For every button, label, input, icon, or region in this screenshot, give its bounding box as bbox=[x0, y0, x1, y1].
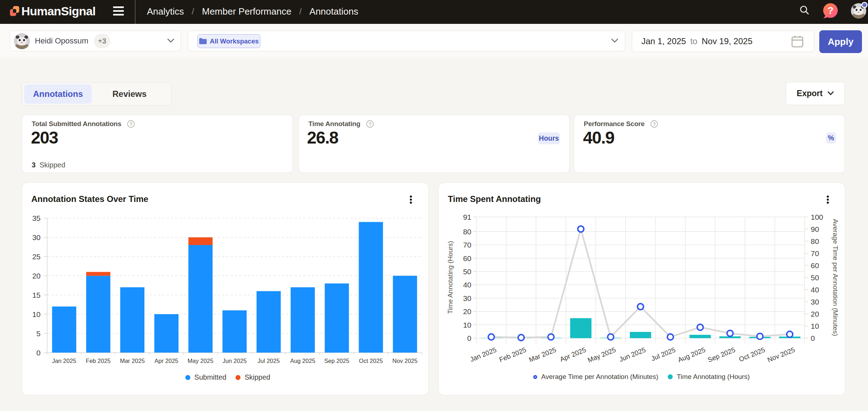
svg-text:Oct 2025: Oct 2025 bbox=[359, 358, 383, 364]
svg-text:Average Time per Annotation (M: Average Time per Annotation (Minutes) bbox=[832, 219, 839, 336]
svg-text:40: 40 bbox=[811, 286, 819, 294]
svg-text:20: 20 bbox=[811, 310, 819, 318]
svg-text:May 2025: May 2025 bbox=[587, 346, 617, 364]
svg-text:Nov 2025: Nov 2025 bbox=[392, 358, 418, 364]
svg-text:Nov 2025: Nov 2025 bbox=[766, 346, 796, 364]
svg-text:Aug 2025: Aug 2025 bbox=[677, 346, 706, 364]
svg-text:70: 70 bbox=[811, 249, 819, 257]
svg-text:80: 80 bbox=[463, 228, 471, 236]
svg-text:50: 50 bbox=[811, 274, 819, 282]
svg-text:Mar 2025: Mar 2025 bbox=[528, 346, 557, 364]
svg-text:30: 30 bbox=[463, 294, 471, 302]
svg-text:60: 60 bbox=[463, 254, 471, 262]
svg-text:Sep 2025: Sep 2025 bbox=[324, 358, 349, 364]
svg-text:30: 30 bbox=[811, 298, 819, 306]
svg-text:Time Spent Annotating: Time Spent Annotating bbox=[448, 194, 541, 204]
svg-text:15: 15 bbox=[32, 291, 41, 299]
svg-text:30: 30 bbox=[32, 233, 41, 241]
svg-text:60: 60 bbox=[811, 261, 819, 270]
svg-text:90: 90 bbox=[811, 225, 819, 233]
svg-text:91: 91 bbox=[463, 213, 471, 221]
svg-text:Oct 2025: Oct 2025 bbox=[738, 346, 766, 363]
svg-text:Apr 2025: Apr 2025 bbox=[559, 346, 587, 363]
svg-text:Mar 2025: Mar 2025 bbox=[120, 358, 145, 364]
svg-text:Jun 2025: Jun 2025 bbox=[222, 358, 247, 364]
svg-text:20: 20 bbox=[463, 307, 471, 316]
svg-text:0: 0 bbox=[36, 349, 41, 357]
svg-text:May 2025: May 2025 bbox=[187, 358, 213, 364]
svg-text:Time Annotating (Hours): Time Annotating (Hours) bbox=[446, 241, 454, 314]
svg-text:0: 0 bbox=[811, 334, 815, 342]
svg-text:Apr 2025: Apr 2025 bbox=[154, 358, 178, 364]
svg-text:80: 80 bbox=[811, 237, 819, 245]
svg-text:Jan 2025: Jan 2025 bbox=[469, 346, 497, 363]
svg-text:25: 25 bbox=[32, 253, 41, 261]
svg-text:Annotation States Over Time: Annotation States Over Time bbox=[31, 194, 148, 204]
svg-text:Sep 2025: Sep 2025 bbox=[706, 346, 736, 364]
svg-text:20: 20 bbox=[32, 272, 41, 280]
svg-text:70: 70 bbox=[463, 241, 471, 249]
svg-text:Feb 2025: Feb 2025 bbox=[498, 346, 527, 364]
svg-text:100: 100 bbox=[811, 213, 823, 221]
svg-text:5: 5 bbox=[36, 329, 41, 338]
svg-text:50: 50 bbox=[463, 267, 471, 276]
svg-text:Aug 2025: Aug 2025 bbox=[290, 358, 316, 364]
svg-text:Jan 2025: Jan 2025 bbox=[52, 358, 76, 364]
svg-text:Feb 2025: Feb 2025 bbox=[86, 358, 111, 364]
svg-text:35: 35 bbox=[32, 214, 41, 222]
svg-text:0: 0 bbox=[467, 334, 471, 342]
svg-text:Jul 2025: Jul 2025 bbox=[258, 358, 280, 364]
svg-text:Jul 2025: Jul 2025 bbox=[650, 346, 676, 362]
svg-text:40: 40 bbox=[463, 281, 471, 289]
svg-text:10: 10 bbox=[463, 321, 471, 329]
svg-text:Jun 2025: Jun 2025 bbox=[618, 346, 647, 363]
svg-text:10: 10 bbox=[811, 322, 819, 330]
svg-text:10: 10 bbox=[32, 310, 41, 318]
